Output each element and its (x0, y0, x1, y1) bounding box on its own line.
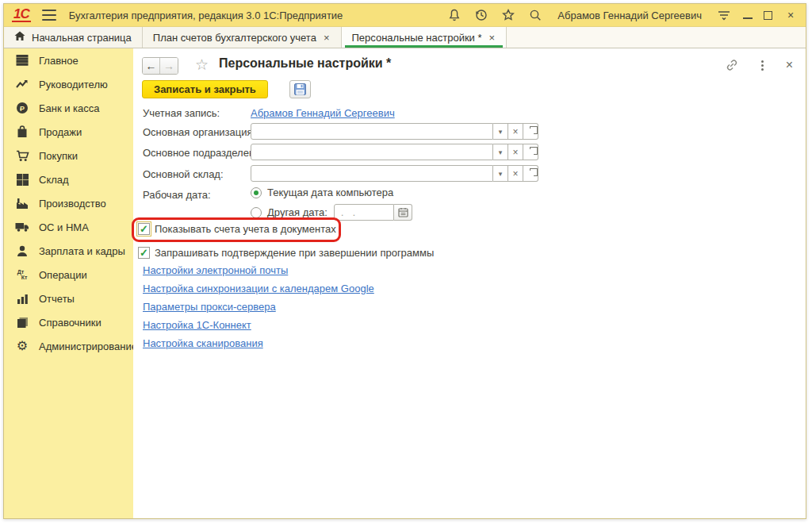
window-title: Бухгалтерия предприятия, редакция 3.0 1С… (69, 10, 343, 21)
sidebar-item-label: Администрирование (39, 340, 137, 352)
minimize-button[interactable] (743, 10, 753, 20)
link-1c-connect[interactable]: Настройка 1С-Коннект (143, 319, 251, 331)
factory-icon (15, 196, 29, 210)
dropdown-icon[interactable]: ▾ (493, 165, 508, 182)
organization-combo: ▾ × (251, 123, 538, 140)
sidebar-item-operations[interactable]: ДтКт Операции (4, 263, 133, 287)
checkbox-checked-icon: ✓ (138, 223, 150, 235)
tab-chart-of-accounts[interactable]: План счетов бухгалтерского учета × (143, 27, 342, 48)
sidebar-item-label: Справочники (39, 317, 102, 329)
open-form-icon[interactable] (523, 144, 538, 160)
grid-boxes-icon (15, 172, 29, 187)
tab-close-icon[interactable]: × (488, 32, 496, 44)
working-date-label: Рабочая дата: (143, 189, 211, 201)
get-link-icon[interactable] (725, 58, 739, 72)
section-sidebar: Главное Руководителю Р Банк и касса Прод… (4, 48, 133, 518)
link-proxy-settings[interactable]: Параметры прокси-сервера (143, 301, 276, 313)
dropdown-icon[interactable]: ▾ (493, 144, 508, 160)
checkbox-confirm-exit[interactable]: ✓ Запрашивать подтверждение при завершен… (138, 247, 434, 259)
form-header-actions: × (725, 58, 793, 72)
account-value-link[interactable]: Абрамов Геннадий Сергеевич (251, 107, 395, 119)
sidebar-item-label: Производство (39, 198, 106, 210)
back-button[interactable]: ← (143, 58, 160, 74)
save-and-close-button[interactable]: Записать и закрыть (142, 80, 268, 98)
truck-icon (15, 220, 29, 234)
sidebar-item-label: Склад (39, 174, 69, 186)
bar-chart-icon (15, 291, 29, 306)
sidebar-item-production[interactable]: Производство (4, 191, 133, 215)
history-nav: ← → (142, 57, 178, 75)
maximize-button[interactable] (764, 11, 772, 20)
checkbox-label: Запрашивать подтверждение при завершении… (155, 247, 434, 259)
clear-icon[interactable]: × (508, 144, 523, 160)
calendar-icon[interactable] (394, 204, 412, 221)
radio-current-date[interactable]: Текущая дата компьютера (251, 187, 393, 198)
tab-label: Персональные настройки * (352, 32, 482, 44)
service-menu-icon[interactable] (716, 7, 732, 23)
radio-other-date[interactable]: Другая дата: (251, 206, 327, 218)
main-menu-icon[interactable] (42, 10, 56, 21)
svg-text:Р: Р (20, 105, 25, 113)
search-icon[interactable] (527, 7, 543, 23)
tab-home[interactable]: Начальная страница (4, 27, 143, 48)
clear-icon[interactable]: × (508, 123, 523, 140)
app-window: 1С Бухгалтерия предприятия, редакция 3.0… (3, 3, 806, 519)
forward-button[interactable]: → (160, 58, 178, 74)
sidebar-item-sales[interactable]: Продажи (4, 120, 133, 144)
tab-bar: Начальная страница План счетов бухгалтер… (4, 27, 806, 48)
ruble-coin-icon: Р (15, 101, 29, 115)
radio-label: Текущая дата компьютера (267, 187, 393, 198)
warehouse-label: Основной склад: (143, 168, 224, 180)
history-icon[interactable] (473, 7, 489, 23)
radio-unselected-icon (251, 207, 262, 218)
sidebar-item-main[interactable]: Главное (4, 48, 133, 72)
personal-settings-form: ← → ☆ Персональные настройки * × Записат… (133, 48, 806, 518)
sidebar-item-administration[interactable]: ⚙ Администрирование (4, 334, 133, 358)
shopping-cart-icon (15, 148, 29, 163)
sidebar-item-label: Руководителю (39, 79, 108, 90)
menu-lines-icon (15, 53, 29, 67)
open-form-icon[interactable] (523, 165, 538, 182)
checkbox-show-accounts[interactable]: ✓ Показывать счета учета в документах (138, 223, 336, 235)
shopping-bag-icon (15, 125, 29, 139)
save-button[interactable] (289, 80, 311, 98)
close-window-button[interactable]: × (783, 9, 798, 21)
organization-input[interactable] (251, 123, 493, 140)
tab-close-icon[interactable]: × (323, 32, 331, 44)
link-google-calendar-sync[interactable]: Настройка синхронизации с календарем Goo… (143, 283, 374, 294)
dropdown-icon[interactable]: ▾ (493, 123, 508, 140)
page-title: Персональные настройки * (219, 56, 391, 71)
current-user[interactable]: Абрамов Геннадий Сергеевич (557, 10, 702, 21)
sidebar-item-bank-cash[interactable]: Р Банк и касса (4, 96, 133, 120)
sidebar-item-payroll-hr[interactable]: Зарплата и кадры (4, 239, 133, 263)
trend-arrow-icon (15, 77, 29, 91)
account-label: Учетная запись: (143, 107, 220, 119)
department-combo: ▾ × (251, 144, 538, 160)
link-scan-settings[interactable]: Настройка сканирования (143, 337, 263, 349)
add-favorite-star-icon[interactable]: ☆ (195, 56, 209, 74)
clear-icon[interactable]: × (508, 165, 523, 182)
dt-kt-icon: ДтКт (15, 267, 29, 282)
titlebar-actions: Абрамов Геннадий Сергеевич × (446, 7, 798, 23)
link-email-settings[interactable]: Настройки электронной почты (143, 264, 288, 276)
sidebar-item-purchases[interactable]: Покупки (4, 144, 133, 167)
tab-label: Начальная страница (32, 32, 132, 44)
open-form-icon[interactable] (523, 123, 538, 140)
person-icon (15, 244, 29, 258)
department-input[interactable] (251, 144, 493, 160)
sidebar-item-warehouse[interactable]: Склад (4, 167, 133, 191)
sidebar-item-fixed-assets[interactable]: ОС и НМА (4, 215, 133, 239)
form-close-icon[interactable]: × (786, 60, 793, 71)
sidebar-item-manager[interactable]: Руководителю (4, 72, 133, 96)
warehouse-input[interactable] (251, 165, 493, 182)
date-input[interactable]: . . (334, 204, 394, 221)
tab-personal-settings[interactable]: Персональные настройки * × (342, 27, 508, 48)
sidebar-item-directories[interactable]: Справочники (4, 310, 133, 334)
favorites-star-icon[interactable] (500, 7, 516, 23)
warehouse-combo: ▾ × (251, 165, 538, 182)
notifications-bell-icon[interactable] (446, 7, 462, 23)
sidebar-item-label: Зарплата и кадры (39, 245, 125, 257)
sidebar-item-reports[interactable]: Отчеты (4, 287, 133, 310)
sidebar-item-label: ОС и НМА (39, 221, 89, 233)
more-actions-kebab-icon[interactable] (760, 59, 765, 72)
